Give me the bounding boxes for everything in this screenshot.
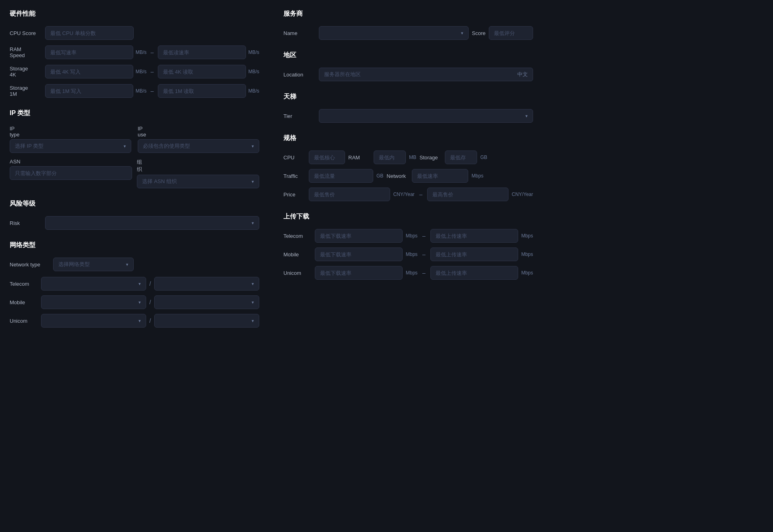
telecom-ul-input[interactable] [430, 229, 518, 243]
telecom-ud-dash: – [421, 233, 427, 239]
storage4k-read-unit: MB/s [248, 69, 259, 74]
unicom-ul-unit: Mbps [521, 270, 533, 276]
ip-use-select[interactable]: 必须包含的使用类型 ▾ [138, 139, 259, 153]
network-type-label: Network type [10, 262, 50, 268]
unicom-ud-dash: – [421, 270, 427, 276]
storage4k-label: Storage 4K [10, 66, 42, 78]
ram-spec-input[interactable] [374, 151, 406, 164]
price-min-unit: CNY/Year [393, 192, 415, 197]
ip-type-select-value: 选择 IP 类型 [15, 142, 43, 150]
mobile-slash: / [149, 299, 151, 305]
score-label: Score [472, 30, 486, 36]
location-input-group[interactable]: 服务器所在地区 中文 [319, 68, 533, 81]
mobile-dl-unit: Mbps [406, 252, 418, 257]
provider-title: 服务商 [283, 10, 533, 20]
mobile-dl-input[interactable] [315, 247, 403, 261]
network-speed-unit: Mbps [471, 173, 483, 179]
ram-spec-label: RAM [348, 155, 370, 161]
network-type-select[interactable]: 选择网络类型 ▾ [53, 258, 134, 271]
price-label: Price [283, 192, 306, 198]
telecom-label-left: Telecom [10, 281, 38, 287]
storage4k-read-input[interactable] [158, 65, 246, 78]
ip-use-label: IP use [138, 126, 259, 138]
cpu-spec-input[interactable] [309, 151, 345, 164]
region-title: 地区 [283, 51, 533, 61]
unicom-dl-input[interactable] [315, 266, 403, 280]
ip-type-select[interactable]: 选择 IP 类型 ▾ [10, 139, 131, 153]
unicom-chevron1-icon: ▾ [138, 318, 141, 324]
ram-spec-unit: MB [409, 155, 416, 160]
cpu-spec-label: CPU [283, 155, 306, 161]
location-placeholder: 服务器所在地区 [324, 71, 361, 78]
unicom-select2[interactable]: ▾ [154, 314, 259, 328]
telecom-select1[interactable]: ▾ [41, 277, 146, 291]
risk-label: Risk [10, 220, 42, 226]
ram-write-input[interactable] [45, 45, 133, 59]
spec-title: 规格 [283, 134, 533, 144]
telecom-label-right: Telecom [283, 233, 312, 239]
storage1m-write-input[interactable] [45, 84, 133, 98]
tier-select[interactable]: ▾ [319, 109, 533, 123]
storage-spec-input[interactable] [445, 151, 477, 164]
unicom-ul-input[interactable] [430, 266, 518, 280]
asn-org-chevron-icon: ▾ [252, 179, 254, 184]
price-min-input[interactable] [309, 188, 390, 201]
unicom-dl-unit: Mbps [406, 270, 418, 276]
traffic-input[interactable] [309, 169, 373, 183]
traffic-unit: GB [376, 173, 383, 179]
price-max-input[interactable] [427, 188, 508, 201]
network-type-chevron-icon: ▾ [126, 262, 128, 267]
telecom-dl-input[interactable] [315, 229, 403, 243]
mobile-label-left: Mobile [10, 299, 38, 305]
upload-download-title: 上传下载 [283, 212, 533, 223]
asn-org-select[interactable]: 选择 ASN 组织 ▾ [137, 175, 259, 188]
unicom-label-right: Unicom [283, 270, 312, 276]
network-speed-input[interactable] [412, 169, 468, 183]
storage-spec-unit: GB [480, 155, 487, 160]
ram-write-unit: MB/s [136, 49, 147, 55]
storage1m-read-input[interactable] [158, 84, 246, 98]
storage1m-label: Storage 1M [10, 85, 42, 97]
location-label: Location [283, 72, 316, 78]
ram-read-input[interactable] [158, 45, 246, 59]
asn-label: ASN [10, 159, 132, 165]
telecom-chevron1-icon: ▾ [138, 281, 141, 287]
mobile-chevron1-icon: ▾ [138, 300, 141, 305]
storage-spec-label: Storage [420, 155, 442, 161]
risk-select[interactable]: ▾ [45, 216, 259, 230]
storage4k-write-unit: MB/s [136, 69, 147, 74]
cpu-score-input[interactable] [45, 26, 134, 40]
mobile-ul-input[interactable] [430, 247, 518, 261]
mobile-ul-unit: Mbps [521, 252, 533, 257]
cpu-score-label: CPU Score [10, 30, 42, 36]
ip-use-chevron-icon: ▾ [252, 144, 254, 149]
unicom-chevron2-icon: ▾ [252, 318, 254, 324]
tier-title: 天梯 [283, 93, 533, 103]
telecom-select2[interactable]: ▾ [154, 277, 259, 291]
ip-type-label: IP type [10, 126, 131, 138]
asn-input[interactable] [10, 166, 132, 180]
unicom-slash: / [149, 318, 151, 324]
mobile-select1[interactable]: ▾ [41, 295, 146, 309]
telecom-dl-unit: Mbps [406, 233, 418, 239]
price-dash: – [418, 191, 424, 198]
unicom-select1[interactable]: ▾ [41, 314, 146, 328]
mobile-ud-dash: – [421, 251, 427, 258]
mobile-select2[interactable]: ▾ [154, 295, 259, 309]
storage1m-write-unit: MB/s [136, 88, 147, 94]
ram-dash: – [149, 49, 155, 56]
provider-name-select[interactable]: ▾ [319, 26, 469, 40]
telecom-chevron2-icon: ▾ [252, 281, 254, 287]
score-input[interactable] [489, 26, 533, 40]
storage4k-write-input[interactable] [45, 65, 133, 78]
risk-chevron-icon: ▾ [252, 221, 254, 226]
mobile-chevron2-icon: ▾ [252, 300, 254, 305]
provider-name-chevron-icon: ▾ [461, 31, 463, 36]
traffic-label: Traffic [283, 173, 306, 179]
unicom-label-left: Unicom [10, 318, 38, 324]
ip-type-chevron-icon: ▾ [124, 144, 126, 149]
price-max-unit: CNY/Year [512, 192, 533, 197]
telecom-slash: / [149, 280, 151, 287]
network-type-select-value: 选择网络类型 [58, 261, 90, 268]
asn-org-select-value: 选择 ASN 组织 [142, 178, 177, 185]
